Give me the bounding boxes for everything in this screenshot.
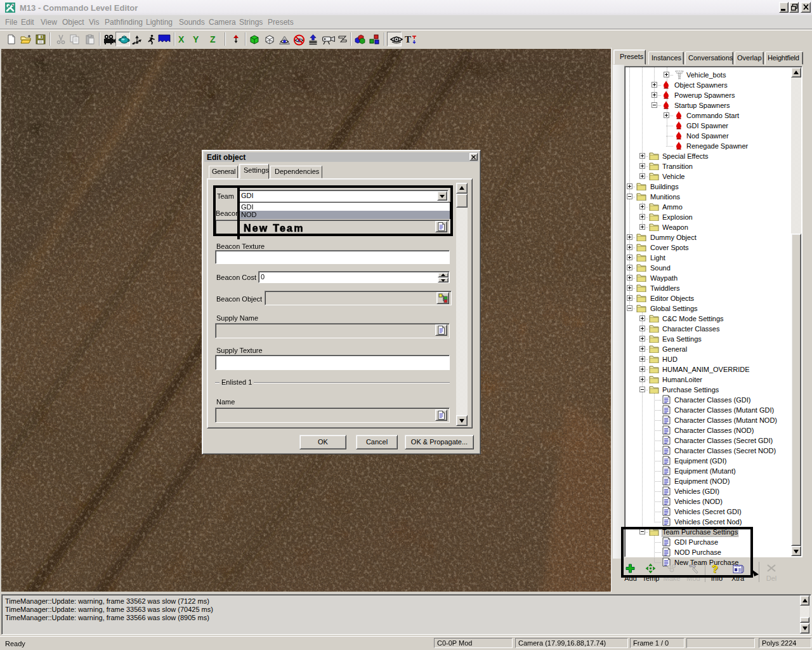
svg-text:T: T	[405, 34, 411, 44]
